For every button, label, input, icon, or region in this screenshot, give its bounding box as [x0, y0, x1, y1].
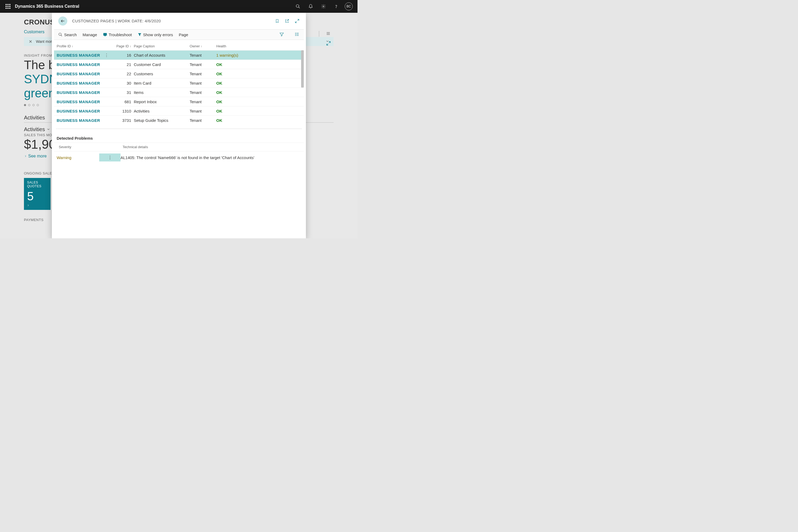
- col-severity[interactable]: Severity: [59, 145, 122, 149]
- app-launcher-icon[interactable]: [3, 1, 13, 12]
- table-row[interactable]: BUSINESS MANAGER⋮681Report InboxTenantOK: [54, 97, 304, 106]
- notifications-icon[interactable]: [304, 0, 317, 13]
- svg-point-0: [296, 4, 299, 7]
- cell-caption: Activities: [134, 109, 190, 113]
- sales-quotes-tile[interactable]: SALES QUOTES 5: [24, 178, 51, 210]
- cell-profile[interactable]: BUSINESS MANAGER: [57, 72, 104, 76]
- cell-health: OK: [216, 99, 269, 104]
- svg-line-13: [61, 35, 62, 36]
- search-icon[interactable]: [291, 0, 304, 13]
- svg-line-10: [298, 19, 299, 20]
- troubleshoot-button[interactable]: Troubleshoot: [103, 33, 132, 37]
- svg-line-1: [299, 7, 300, 8]
- cell-profile[interactable]: BUSINESS MANAGER: [57, 62, 104, 67]
- modal-header: CUSTOMIZED PAGES | WORK DATE: 4/6/2020: [52, 13, 306, 29]
- cell-page-id: 22: [110, 72, 134, 76]
- divider: [319, 31, 319, 37]
- avatar[interactable]: BC: [345, 2, 353, 11]
- cell-caption: Chart of Accounts: [134, 53, 190, 57]
- table-row[interactable]: BUSINESS MANAGER⋮22CustomersTenantOK: [54, 69, 304, 78]
- table-row[interactable]: BUSINESS MANAGER⋮1310ActivitiesTenantOK: [54, 106, 304, 115]
- search-button[interactable]: Search: [58, 33, 77, 37]
- manage-button[interactable]: Manage: [83, 33, 97, 37]
- show-errors-button[interactable]: Show only errors: [138, 33, 173, 37]
- cell-caption: Customers: [134, 72, 190, 76]
- cell-health: OK: [216, 72, 269, 76]
- cell-profile[interactable]: BUSINESS MANAGER: [57, 90, 104, 95]
- svg-point-21: [295, 35, 296, 36]
- cell-page-id: 16: [110, 53, 134, 57]
- table-row[interactable]: BUSINESS MANAGER⋮3731Setup Guide TopicsT…: [54, 115, 304, 124]
- row-menu-icon[interactable]: ⋮: [104, 53, 110, 57]
- list-view-icon[interactable]: [295, 32, 300, 38]
- scrollbar[interactable]: [301, 50, 304, 88]
- cell-page-id: 30: [110, 81, 134, 86]
- col-page-id[interactable]: Page ID: [110, 44, 134, 48]
- filter-icon[interactable]: [279, 32, 284, 38]
- cell-caption: Item Card: [134, 81, 190, 86]
- col-profile[interactable]: Profile ID: [57, 44, 110, 48]
- svg-line-8: [327, 44, 328, 45]
- cell-page-id: 681: [110, 99, 134, 104]
- bookmark-icon[interactable]: [275, 19, 279, 23]
- pages-table: Profile ID Page ID Page Caption Owner He…: [52, 40, 306, 124]
- breadcrumb: CUSTOMIZED PAGES | WORK DATE: 4/6/2020: [72, 19, 161, 23]
- cell-owner: Tenant: [190, 72, 216, 76]
- chevron-right-icon: [26, 204, 30, 208]
- svg-line-11: [295, 21, 297, 23]
- page-button[interactable]: Page: [179, 33, 188, 37]
- problems-heading: Detected Problems: [57, 136, 301, 140]
- svg-point-12: [59, 33, 61, 35]
- cell-page-id: 1310: [110, 109, 134, 113]
- table-row[interactable]: BUSINESS MANAGER⋮21Customer CardTenantOK: [54, 60, 304, 69]
- svg-rect-14: [103, 33, 107, 36]
- table-row[interactable]: BUSINESS MANAGER⋮31ItemsTenantOK: [54, 88, 304, 97]
- toolbar: Search Manage Troubleshoot Show only err…: [54, 29, 304, 40]
- expand-icon[interactable]: [295, 19, 300, 23]
- cell-profile[interactable]: BUSINESS MANAGER: [57, 118, 104, 122]
- problems-header: Severity Technical details: [54, 142, 304, 151]
- cell-owner: Tenant: [190, 109, 216, 113]
- cell-profile[interactable]: BUSINESS MANAGER: [57, 53, 104, 57]
- help-icon[interactable]: [330, 0, 343, 13]
- cell-profile[interactable]: BUSINESS MANAGER: [57, 81, 104, 86]
- settings-icon[interactable]: [317, 0, 330, 13]
- cell-page-id: 21: [110, 62, 134, 67]
- menu-icon[interactable]: [326, 32, 331, 36]
- table-header: Profile ID Page ID Page Caption Owner He…: [54, 41, 304, 50]
- svg-point-19: [295, 33, 296, 33]
- svg-rect-15: [104, 36, 106, 36]
- svg-point-20: [295, 34, 296, 35]
- cell-severity: Warning: [57, 155, 99, 160]
- table-row[interactable]: BUSINESS MANAGER⋮30Item CardTenantOK: [54, 78, 304, 88]
- cell-details: AL1405: The control 'Name666' is not fou…: [120, 155, 301, 160]
- svg-point-2: [323, 6, 324, 7]
- cell-health: OK: [216, 81, 269, 86]
- cell-caption: Items: [134, 90, 190, 95]
- col-health[interactable]: Health: [216, 44, 269, 48]
- cell-health: OK: [216, 109, 269, 113]
- app-title: Dynamics 365 Business Central: [15, 4, 79, 9]
- row-menu-icon[interactable]: ⋮: [99, 153, 120, 162]
- close-icon[interactable]: ✕: [29, 39, 32, 44]
- cell-caption: Report Inbox: [134, 99, 190, 104]
- col-owner[interactable]: Owner: [190, 44, 216, 48]
- cell-caption: Customer Card: [134, 62, 190, 67]
- cell-profile[interactable]: BUSINESS MANAGER: [57, 99, 104, 104]
- col-caption[interactable]: Page Caption: [134, 44, 190, 48]
- cell-owner: Tenant: [190, 62, 216, 67]
- table-row[interactable]: BUSINESS MANAGER⋮16Chart of AccountsTena…: [54, 50, 304, 60]
- cell-owner: Tenant: [190, 81, 216, 86]
- problem-row[interactable]: Warning⋮AL1405: The control 'Name666' is…: [54, 151, 304, 164]
- svg-line-7: [329, 41, 330, 43]
- tile-label: SALES QUOTES: [27, 180, 48, 188]
- col-details[interactable]: Technical details: [122, 145, 299, 149]
- cell-health: OK: [216, 118, 269, 122]
- cell-health: OK: [216, 62, 269, 67]
- expand-icon[interactable]: [326, 41, 331, 46]
- cell-caption: Setup Guide Topics: [134, 118, 190, 122]
- cell-profile[interactable]: BUSINESS MANAGER: [57, 109, 104, 113]
- tile-value: 5: [27, 190, 48, 203]
- popout-icon[interactable]: [285, 19, 289, 23]
- back-button[interactable]: [58, 17, 67, 25]
